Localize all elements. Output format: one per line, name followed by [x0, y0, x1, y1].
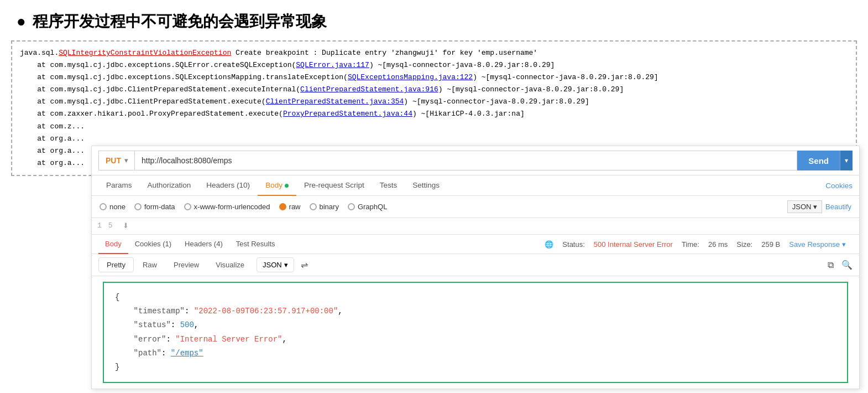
viewer-tab-pretty[interactable]: Pretty	[98, 257, 134, 272]
viewer-tab-preview[interactable]: Preview	[166, 258, 207, 272]
time-label: Time:	[682, 240, 699, 249]
viewer-tab-raw[interactable]: Raw	[135, 258, 165, 272]
json-open-brace: {	[115, 291, 836, 304]
postman-panel: PUT ▾ Send ▾ Params Authorization Header…	[91, 146, 860, 389]
binary-radio[interactable]	[310, 203, 317, 210]
body-graphql-option[interactable]: GraphQL	[348, 203, 387, 211]
scroll-arrow: ⬇	[118, 220, 133, 232]
body-dot	[285, 184, 289, 188]
tab-settings[interactable]: Settings	[405, 175, 447, 196]
resp-tab-cookies[interactable]: Cookies (1)	[128, 235, 178, 254]
none-radio[interactable]	[100, 203, 107, 210]
body-right-controls: JSON ▾ Beautify	[787, 200, 851, 213]
size-value: 259 B	[761, 240, 780, 249]
link-3: ClientPreparedStatement.java:916	[300, 85, 438, 94]
page-title: 程序开发过程中不可避免的会遇到异常现象	[33, 11, 327, 32]
globe-icon: 🌐	[545, 240, 553, 249]
error-line-1: java.sql.SQLIntegrityConstraintViolation…	[20, 47, 848, 59]
url-bar: PUT ▾ Send ▾	[92, 146, 859, 175]
error-line-3: at com.mysql.cj.jdbc.exceptions.SQLExcep…	[20, 71, 848, 84]
viewer-right-icons: ⧉ 🔍	[828, 260, 853, 270]
json-error-line: "error": "Internal Server Error",	[115, 333, 836, 347]
json-timestamp-line: "timestamp": "2022-08-09T06:23:57.917+00…	[115, 304, 836, 318]
method-label: PUT	[106, 156, 121, 165]
tab-pre-request[interactable]: Pre-request Script	[296, 175, 372, 196]
line-numbers: 1 5	[92, 220, 118, 232]
body-formdata-option[interactable]: form-data	[134, 203, 175, 211]
error-line-2: at com.mysql.cj.jdbc.exceptions.SQLError…	[20, 59, 848, 71]
java-sql-prefix: java.sql.	[20, 49, 59, 57]
wrap-icon[interactable]: ⇌	[301, 260, 308, 270]
save-response-button[interactable]: Save Response ▾	[789, 240, 846, 249]
json-close-brace: }	[115, 360, 836, 374]
send-dropdown-button[interactable]: ▾	[840, 151, 853, 170]
time-value: 26 ms	[708, 240, 728, 249]
resp-tab-test-results[interactable]: Test Results	[229, 235, 282, 254]
method-chevron-icon: ▾	[124, 157, 128, 164]
body-binary-option[interactable]: binary	[310, 203, 339, 211]
json-format-button[interactable]: JSON ▾	[257, 257, 294, 272]
error-line-5: at com.mysql.cj.jdbc.ClientPreparedState…	[20, 96, 848, 108]
search-icon[interactable]: 🔍	[841, 260, 853, 270]
error-line1-suffix: Create breakpoint : Duplicate entry 'zha…	[231, 49, 537, 57]
bullet-point: ●	[17, 14, 26, 29]
json-response-box: { "timestamp": "2022-08-09T06:23:57.917+…	[103, 282, 848, 383]
method-selector[interactable]: PUT ▾	[98, 151, 134, 170]
copy-icon[interactable]: ⧉	[828, 260, 834, 270]
status-label: Status:	[562, 240, 584, 249]
page-header: ● 程序开发过程中不可避免的会遇到异常现象	[0, 0, 868, 40]
editor-area: 1 5 ⬇	[92, 218, 859, 235]
link-4: ClientPreparedStatement.java:354	[266, 97, 404, 106]
url-input[interactable]	[134, 151, 797, 170]
body-none-option[interactable]: none	[100, 203, 126, 211]
body-raw-option[interactable]: raw	[279, 203, 301, 211]
tab-body[interactable]: Body	[258, 175, 296, 196]
json-format-selector[interactable]: JSON ▾	[787, 200, 822, 213]
request-tabs: Params Authorization Headers (10) Body P…	[92, 175, 859, 196]
body-options: none form-data x-www-form-urlencoded raw…	[92, 196, 859, 218]
graphql-radio[interactable]	[348, 203, 355, 210]
response-tabs: Body Cookies (1) Headers (4) Test Result…	[92, 235, 859, 254]
viewer-tab-visualize[interactable]: Visualize	[208, 258, 252, 272]
send-button[interactable]: Send	[797, 151, 840, 170]
exception-class: SQLIntegrityConstraintViolationException	[59, 49, 231, 57]
formdata-radio[interactable]	[134, 203, 142, 210]
body-urlencoded-option[interactable]: x-www-form-urlencoded	[184, 203, 270, 211]
error-line-4: at com.mysql.cj.jdbc.ClientPreparedState…	[20, 84, 848, 96]
resp-tab-headers[interactable]: Headers (4)	[178, 235, 229, 254]
tab-params[interactable]: Params	[98, 175, 140, 196]
size-label: Size:	[736, 240, 752, 249]
error-line-8: at org.a...	[20, 133, 848, 145]
resp-tab-body[interactable]: Body	[98, 235, 128, 254]
link-1: SQLError.java:117	[296, 61, 369, 69]
json-status-line: "status": 500,	[115, 318, 836, 332]
cookies-link[interactable]: Cookies	[825, 182, 853, 190]
tab-authorization[interactable]: Authorization	[140, 175, 199, 196]
beautify-button[interactable]: Beautify	[825, 203, 851, 211]
urlencoded-radio[interactable]	[184, 203, 191, 210]
tab-headers[interactable]: Headers (10)	[198, 175, 258, 196]
tab-tests[interactable]: Tests	[372, 175, 405, 196]
error-line-7: at com.z...	[20, 121, 848, 133]
json-path-line: "path": "/emps"	[115, 347, 836, 360]
link-5: ProxyPreparedStatement.java:44	[283, 110, 412, 118]
raw-radio[interactable]	[279, 203, 286, 210]
json-content-area: { "timestamp": "2022-08-09T06:23:57.917+…	[92, 276, 859, 389]
link-2: SQLExceptionsMapping.java:122	[348, 73, 473, 81]
status-value: 500 Internal Server Error	[594, 240, 673, 249]
error-line-6: at com.zaxxer.hikari.pool.ProxyPreparedS…	[20, 108, 848, 120]
viewer-tabs: Pretty Raw Preview Visualize JSON ▾ ⇌ ⧉ …	[92, 254, 859, 276]
response-status-area: 🌐 Status: 500 Internal Server Error Time…	[545, 240, 853, 249]
